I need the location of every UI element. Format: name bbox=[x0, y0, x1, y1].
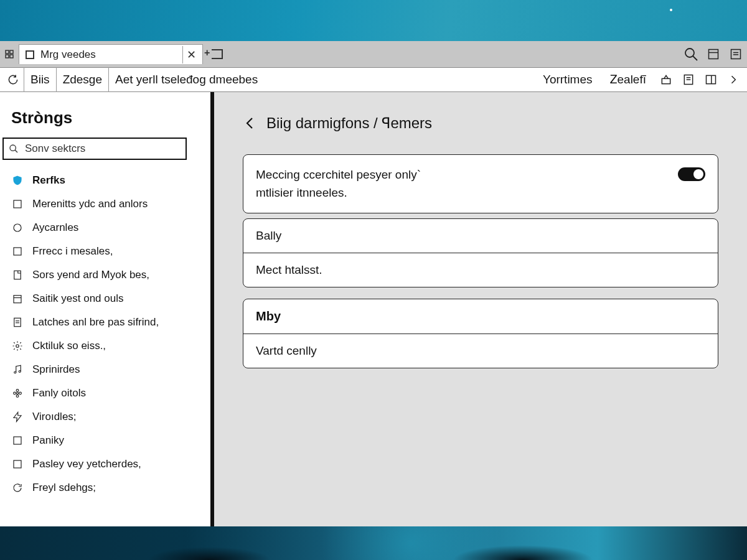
sidebar-item[interactable]: Latches anl bre pas sifrind, bbox=[0, 310, 210, 334]
svg-rect-3 bbox=[10, 55, 13, 58]
sidebar-heading: Stròngs bbox=[0, 105, 210, 138]
upload-icon[interactable] bbox=[655, 68, 677, 91]
menu-icon[interactable] bbox=[725, 43, 747, 65]
svg-point-31 bbox=[17, 393, 19, 394]
sidebar-item[interactable]: Frrecc i mesales, bbox=[0, 240, 210, 263]
svg-point-29 bbox=[14, 371, 16, 373]
svg-point-32 bbox=[16, 390, 19, 392]
plus-icon bbox=[212, 49, 223, 59]
sidebar-item-label: Rerfks bbox=[32, 174, 65, 187]
sidebar-item[interactable]: Pasley vey yetcherdes, bbox=[0, 452, 210, 476]
option-group: Bally Mect htalsst. bbox=[243, 218, 718, 287]
search-icon[interactable] bbox=[680, 43, 702, 65]
chevron-right-icon[interactable] bbox=[722, 68, 745, 91]
page-icon[interactable] bbox=[677, 68, 700, 91]
browser-tab[interactable]: Mrg veedes ✕ bbox=[19, 44, 203, 64]
toggle-switch[interactable] bbox=[678, 167, 705, 181]
option-row[interactable]: Vartd cenlly bbox=[243, 334, 718, 368]
toolbar-link[interactable]: Ꮓealefī bbox=[601, 73, 655, 86]
sidebar-item[interactable]: Sprinirdes bbox=[0, 358, 210, 381]
svg-point-20 bbox=[14, 224, 21, 231]
sidebar-item[interactable]: Rerfks bbox=[0, 169, 210, 192]
close-tab-button[interactable]: ✕ bbox=[182, 46, 200, 63]
toggle-description: Meccing ccerchitel pesyer only` mtlisier… bbox=[256, 166, 668, 202]
browser-window: Mrg veedes ✕ Biis Zdesge Aet yerll tsele… bbox=[0, 41, 747, 526]
option-group: Mby Vartd cenlly bbox=[243, 299, 718, 368]
sidebar-item[interactable]: Paniky bbox=[0, 429, 210, 452]
doc2-icon bbox=[11, 317, 24, 328]
svg-point-35 bbox=[19, 392, 22, 394]
sidebar-item-label: Sprinirdes bbox=[32, 363, 80, 376]
svg-rect-37 bbox=[14, 437, 21, 444]
svg-point-33 bbox=[16, 395, 19, 398]
refresh-button[interactable] bbox=[2, 69, 24, 90]
toggle-card: Meccing ccerchitel pesyer only` mtlisier… bbox=[243, 154, 718, 213]
sidebar-item[interactable]: Viroıdles; bbox=[0, 405, 210, 429]
breadcrumb-item[interactable]: Aet yerll tseleđog dmeebes bbox=[109, 67, 264, 92]
sidebar-item-label: Paniky bbox=[32, 434, 64, 447]
page-icon bbox=[26, 50, 34, 59]
svg-point-17 bbox=[10, 145, 16, 151]
sidebar-item-label: Sors yend ard Myok bes, bbox=[32, 269, 149, 281]
bolt-icon bbox=[11, 411, 24, 422]
sidebar-item-label: Merenitts ydc and anlors bbox=[32, 198, 148, 210]
sidebar-item-label: Saitik yest ond ouls bbox=[32, 292, 123, 305]
toolbar: Biis Zdesge Aet yerll tseleđog dmeebes Y… bbox=[0, 67, 747, 92]
back-button[interactable] bbox=[243, 116, 258, 131]
svg-rect-1 bbox=[10, 50, 13, 54]
circle-icon bbox=[11, 222, 24, 233]
sidebar-item[interactable]: Freyl sdehgs; bbox=[0, 476, 210, 500]
svg-point-30 bbox=[19, 371, 21, 373]
sidebar-item[interactable]: Saitik yest ond ouls bbox=[0, 287, 210, 310]
refresh-icon bbox=[11, 482, 24, 493]
sidebar-item-label: Latches anl bre pas sifrind, bbox=[32, 316, 159, 329]
desktop-wallpaper-top bbox=[0, 0, 747, 41]
svg-rect-19 bbox=[14, 200, 21, 208]
desktop-wallpaper-bottom bbox=[0, 526, 747, 560]
option-row[interactable]: Bally bbox=[243, 219, 718, 253]
toolbar-link[interactable]: Yorrtimes bbox=[534, 73, 601, 86]
breadcrumb-item[interactable]: Biis bbox=[24, 67, 57, 92]
layout-icon[interactable] bbox=[700, 68, 722, 91]
square-icon bbox=[11, 459, 24, 470]
shield-icon bbox=[11, 175, 24, 186]
tab-title: Mrg veedes bbox=[40, 49, 176, 61]
panel-icon[interactable] bbox=[702, 43, 725, 65]
search-placeholder: Sonv sektcrs bbox=[25, 142, 85, 155]
new-tab-button[interactable] bbox=[207, 44, 228, 65]
settings-sidebar: Stròngs Sonv sektcrs RerfksMerenitts ydc… bbox=[0, 92, 214, 526]
note-icon bbox=[11, 364, 24, 375]
sidebar-item-label: Viroıdles; bbox=[32, 411, 77, 423]
sidebar-item[interactable]: Cktiluk so eiss., bbox=[0, 334, 210, 358]
option-row[interactable]: Mect htalsst. bbox=[243, 253, 718, 287]
sidebar-item-label: Aycarnles bbox=[32, 222, 78, 234]
svg-line-5 bbox=[693, 56, 697, 60]
sidebar-item-label: Pasley vey yetcherdes, bbox=[32, 458, 141, 470]
sidebar-item-label: Fanly oitols bbox=[32, 387, 86, 399]
svg-rect-0 bbox=[6, 50, 9, 54]
svg-rect-15 bbox=[707, 75, 716, 83]
option-group-heading: Mby bbox=[243, 299, 718, 334]
breadcrumb: Biis Zdesge Aet yerll tseleđog dmeebes bbox=[24, 67, 264, 92]
square-icon bbox=[11, 198, 24, 210]
sidebar-item-label: Cktiluk so eiss., bbox=[32, 340, 106, 352]
sidebar-item-label: Freyl sdehgs; bbox=[32, 482, 96, 494]
tab-strip: Mrg veedes ✕ bbox=[0, 41, 747, 67]
sidebar-item[interactable]: Sors yend ard Myok bes, bbox=[0, 263, 210, 287]
sidebar-item[interactable]: Aycarnles bbox=[0, 216, 210, 240]
sidebar-item[interactable]: Fanly oitols bbox=[0, 381, 210, 405]
settings-content: Biig darmigfons / ꟼemers Meccing ccerchi… bbox=[214, 92, 747, 526]
settings-search-input[interactable]: Sonv sektcrs bbox=[2, 138, 187, 160]
content-title: Biig darmigfons / ꟼemers bbox=[266, 114, 432, 132]
svg-rect-22 bbox=[14, 271, 21, 279]
window-menu-icon[interactable] bbox=[0, 41, 19, 67]
flower-icon bbox=[11, 388, 24, 399]
settings-body: Stròngs Sonv sektcrs RerfksMerenitts ydc… bbox=[0, 92, 747, 526]
content-header: Biig darmigfons / ꟼemers bbox=[243, 114, 718, 132]
breadcrumb-item[interactable]: Zdesge bbox=[57, 67, 109, 92]
svg-rect-25 bbox=[14, 318, 21, 327]
svg-rect-23 bbox=[14, 296, 21, 303]
svg-rect-38 bbox=[14, 460, 21, 468]
square-icon bbox=[11, 435, 24, 446]
sidebar-item[interactable]: Merenitts ydc and anlors bbox=[0, 192, 210, 216]
